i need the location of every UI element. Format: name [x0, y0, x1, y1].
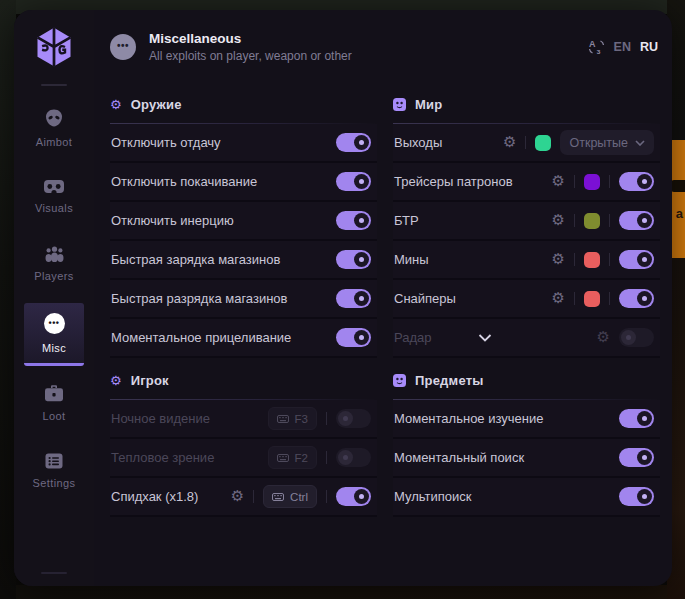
sidebar-item-loot[interactable]: Loot — [24, 375, 84, 431]
sidebar-item-label: Visuals — [35, 202, 73, 214]
color-swatch[interactable] — [535, 135, 551, 151]
keyboard-icon — [272, 493, 284, 501]
svg-text:A: A — [589, 39, 596, 49]
toggle[interactable] — [619, 289, 654, 308]
sidebar-item-settings[interactable]: Settings — [24, 443, 84, 498]
cube-logo-icon — [32, 25, 76, 69]
toggle[interactable] — [336, 211, 371, 230]
lang-en-button[interactable]: EN — [614, 40, 631, 54]
toggle[interactable] — [619, 328, 654, 347]
toggle[interactable] — [619, 409, 654, 428]
color-swatch[interactable] — [584, 252, 600, 268]
keybind-badge[interactable]: F3 — [268, 407, 317, 430]
toggle-knob — [354, 291, 369, 306]
exits-dropdown[interactable]: Открытые — [560, 130, 654, 155]
color-swatch[interactable] — [584, 213, 600, 229]
row-speedhack: Спидхак (x1.8) ⚙ Ctrl — [110, 478, 377, 517]
toggle[interactable] — [336, 448, 371, 467]
row-mines: Мины ⚙ — [393, 241, 660, 280]
backdrop-bottom-strip — [0, 585, 685, 599]
row-btr: БТР ⚙ — [393, 202, 660, 241]
row-ammo-tracers: Трейсеры патронов ⚙ — [393, 163, 660, 202]
toggle-knob — [354, 330, 369, 345]
toggle[interactable] — [336, 487, 371, 506]
sidebar-item-label: Loot — [42, 410, 65, 422]
language-switcher: A з EN RU — [588, 39, 660, 55]
page-title: Miscellaneous — [149, 31, 352, 46]
vr-goggles-icon — [43, 179, 65, 194]
row-exits: Выходы ⚙ Открытые — [393, 124, 660, 163]
sidebar-bottom-divider — [41, 572, 67, 574]
panel-title: Мир — [415, 97, 442, 112]
color-swatch[interactable] — [584, 291, 600, 307]
sidebar-nav: Aimbot Visuals Players — [14, 98, 94, 510]
toggle-knob — [354, 489, 369, 504]
toggle[interactable] — [619, 211, 654, 230]
page-subtitle: All exploits on player, weapon or other — [149, 49, 352, 63]
toggle-knob — [637, 174, 652, 189]
keybind-badge[interactable]: F2 — [268, 446, 317, 469]
toggle[interactable] — [619, 448, 654, 467]
gear-icon[interactable]: ⚙ — [597, 330, 610, 345]
people-icon — [44, 245, 65, 262]
toggle[interactable] — [619, 487, 654, 506]
right-column: Мир Выходы ⚙ Открытые — [393, 82, 660, 517]
svg-text:з: з — [596, 47, 600, 55]
toggle-knob — [338, 450, 353, 465]
expand-chevron-icon[interactable] — [478, 334, 492, 342]
sidebar-item-players[interactable]: Players — [24, 235, 84, 291]
toggle[interactable] — [619, 172, 654, 191]
cheat-menu-window: Aimbot Visuals Players — [14, 10, 672, 586]
panel-player: ⚙ Игрок Ночное видение F3 — [110, 358, 377, 517]
panel-items: Предметы Моментальное изучение Моменталь… — [393, 358, 660, 517]
keybind-badge[interactable]: Ctrl — [263, 485, 317, 508]
settings-list-icon — [45, 453, 63, 469]
gear-icon[interactable]: ⚙ — [552, 291, 565, 306]
row-radar: Радар ⚙ — [393, 319, 660, 358]
page-header: ••• Miscellaneous All exploits on player… — [110, 10, 664, 82]
translate-icon: A з — [588, 39, 605, 55]
gear-icon[interactable]: ⚙ — [503, 135, 516, 150]
face-square-icon — [393, 374, 406, 387]
left-column: ⚙ Оружие Отключить отдачу Отключить пока… — [110, 82, 377, 517]
toggle-knob — [338, 411, 353, 426]
toggle[interactable] — [336, 409, 371, 428]
row-thermal-vision: Тепловое зрение F2 — [110, 439, 377, 478]
sidebar: Aimbot Visuals Players — [14, 10, 94, 586]
toggle-knob — [354, 213, 369, 228]
row-instant-aim: Моментальное прицеливание — [110, 319, 377, 358]
keyboard-icon — [277, 415, 289, 423]
gear-icon: ⚙ — [110, 98, 122, 111]
sidebar-item-visuals[interactable]: Visuals — [24, 169, 84, 223]
chevron-down-icon — [635, 140, 645, 146]
panel-title: Предметы — [415, 373, 484, 388]
panel-title: Оружие — [131, 97, 182, 112]
gear-icon[interactable]: ⚙ — [552, 252, 565, 267]
toggle-knob — [621, 330, 636, 345]
sidebar-item-aimbot[interactable]: Aimbot — [24, 98, 84, 157]
lang-ru-button[interactable]: RU — [640, 40, 658, 54]
panel-title: Игрок — [131, 373, 169, 388]
row-multi-loot: Мультипоиск — [393, 478, 660, 517]
panel-weapon: ⚙ Оружие Отключить отдачу Отключить пока… — [110, 82, 377, 358]
content: ••• Miscellaneous All exploits on player… — [94, 10, 672, 586]
toggle[interactable] — [619, 250, 654, 269]
gear-icon[interactable]: ⚙ — [231, 489, 244, 504]
toggle-knob — [354, 252, 369, 267]
gear-icon[interactable]: ⚙ — [552, 174, 565, 189]
gear-icon[interactable]: ⚙ — [552, 213, 565, 228]
row-instant-loot: Моментальный поиск — [393, 439, 660, 478]
keyboard-icon — [277, 454, 289, 462]
toggle[interactable] — [336, 328, 371, 347]
row-fast-unload: Быстрая разрядка магазинов — [110, 280, 377, 319]
color-swatch[interactable] — [584, 174, 600, 190]
toggle-knob — [637, 489, 652, 504]
row-no-recoil: Отключить отдачу — [110, 124, 377, 163]
row-snipers: Снайперы ⚙ — [393, 280, 660, 319]
toggle[interactable] — [336, 289, 371, 308]
face-square-icon — [393, 98, 406, 111]
toggle[interactable] — [336, 133, 371, 152]
toggle[interactable] — [336, 250, 371, 269]
sidebar-item-misc[interactable]: ••• Misc — [24, 303, 84, 366]
toggle[interactable] — [336, 172, 371, 191]
